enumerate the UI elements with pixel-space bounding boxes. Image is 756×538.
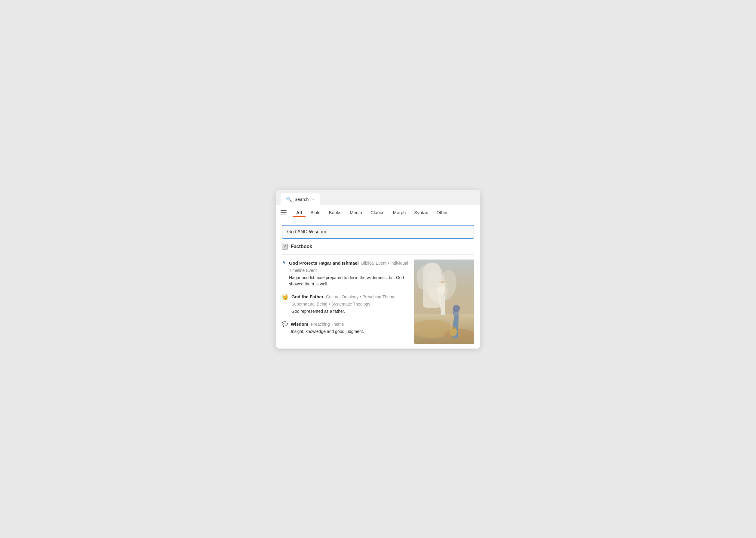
result-tags: Preaching Theme [311,322,344,327]
tab-clause[interactable]: Clause [367,208,388,217]
tab-bible[interactable]: Bible [307,208,324,217]
result-title: Wisdom [291,321,308,327]
thumbnail-image [414,259,474,344]
hamburger-menu-button[interactable] [281,210,287,214]
factbook-header: Factbook [282,243,474,249]
tab-media[interactable]: Media [346,208,366,217]
crown-icon: 👑 [282,294,289,315]
main-content: Factbook ⚑ God Protects Hagar and Ishmae… [276,220,480,349]
result-description: Hagar and Ishmael prepared to die in the… [289,275,409,287]
tab-close-button[interactable]: × [312,197,315,201]
flag-icon: ⚑ [282,260,286,287]
result-content-hagar: God Protects Hagar and Ishmael Biblical … [289,259,409,287]
tab-other[interactable]: Other [433,208,451,217]
results-area: ⚑ God Protects Hagar and Ishmael Biblica… [282,259,474,344]
thumbnail-svg [414,259,474,344]
factbook-checkbox[interactable] [282,243,288,249]
chat-bubble-icon: 💬 [282,321,288,335]
svg-point-7 [437,284,445,295]
svg-point-4 [444,329,474,341]
result-title-row: Wisdom Preaching Theme [291,321,364,328]
search-input-container [282,225,474,239]
app-window: 🔍 Search × All Bible Books Media Clause … [276,190,480,349]
divider [282,254,474,255]
result-item[interactable]: 💬 Wisdom Preaching Theme Insight, knowle… [282,321,409,335]
result-description: Insight, knowledge and good judgment. [291,328,364,335]
nav-tabs: All Bible Books Media Clause Morph Synta… [293,208,451,217]
tab-morph[interactable]: Morph [389,208,409,217]
search-icon: 🔍 [286,196,292,202]
svg-point-8 [438,280,445,287]
thumbnail-container [414,259,474,344]
result-item[interactable]: 👑 God the Father Cultural Ontology • Pre… [282,293,409,315]
tab-syntax[interactable]: Syntax [410,208,432,217]
result-content-wisdom: Wisdom Preaching Theme Insight, knowledg… [291,321,364,335]
result-title: God Protects Hagar and Ishmael [289,260,359,266]
result-title-row: God Protects Hagar and Ishmael Biblical … [289,259,409,274]
tab-all[interactable]: All [293,208,305,217]
tab-title: Search [295,197,309,202]
factbook-label: Factbook [291,244,312,249]
tab-bar: 🔍 Search × [276,190,480,205]
results-list: ⚑ God Protects Hagar and Ishmael Biblica… [282,259,409,344]
search-input[interactable] [282,225,474,239]
result-title-row: God the Father Cultural Ontology • Preac… [292,293,409,308]
tab-books[interactable]: Books [325,208,345,217]
result-item[interactable]: ⚑ God Protects Hagar and Ishmael Biblica… [282,259,409,287]
nav-bar: All Bible Books Media Clause Morph Synta… [276,205,480,220]
result-content-god-father: God the Father Cultural Ontology • Preac… [292,293,409,315]
result-description: God represented as a father. [292,308,409,315]
result-title: God the Father [292,294,324,299]
search-tab[interactable]: 🔍 Search × [281,193,320,205]
